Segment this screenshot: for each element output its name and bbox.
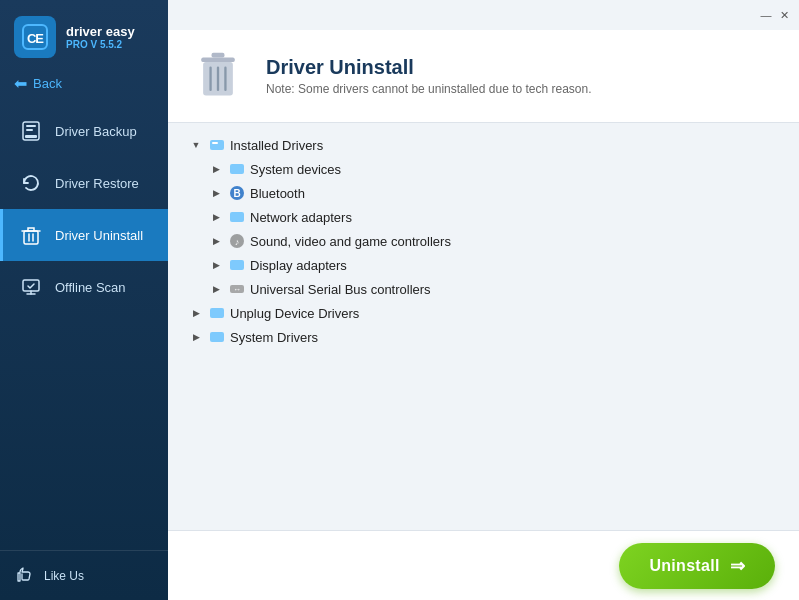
svg-rect-28 <box>210 332 224 342</box>
svg-rect-5 <box>25 135 37 138</box>
content-header: Driver Uninstall Note: Some drivers cann… <box>168 30 799 123</box>
installed-drivers-icon <box>208 136 226 154</box>
sidebar-nav: Driver Backup Driver Restore Driver Unin… <box>0 105 168 550</box>
svg-text:B: B <box>233 188 240 199</box>
sidebar-item-driver-uninstall[interactable]: Driver Uninstall <box>0 209 168 261</box>
sidebar-item-driver-backup[interactable]: Driver Backup <box>0 105 168 157</box>
logo-name: driver easy <box>66 24 135 39</box>
uninstall-arrow-icon: ⇒ <box>730 555 745 577</box>
sidebar-item-offline-scan[interactable]: Offline Scan <box>0 261 168 313</box>
sidebar-item-driver-restore[interactable]: Driver Restore <box>0 157 168 209</box>
network-label: Network adapters <box>250 210 352 225</box>
header-note: Note: Some drivers cannot be uninstalled… <box>266 82 592 96</box>
tree-toggle-unplug[interactable]: ▶ <box>188 305 204 321</box>
tree-toggle-bluetooth[interactable]: ▶ <box>208 185 224 201</box>
sound-label: Sound, video and game controllers <box>250 234 451 249</box>
driver-backup-label: Driver Backup <box>55 124 137 139</box>
tree-item-unplug[interactable]: ▶ Unplug Device Drivers <box>188 301 779 325</box>
svg-rect-16 <box>210 140 224 150</box>
display-label: Display adapters <box>250 258 347 273</box>
like-us-button[interactable]: Like Us <box>0 550 168 600</box>
system-devices-label: System devices <box>250 162 341 177</box>
tree-toggle-system[interactable]: ▶ <box>208 161 224 177</box>
bluetooth-label: Bluetooth <box>250 186 305 201</box>
titlebar: — ✕ <box>168 0 799 30</box>
svg-rect-3 <box>26 125 36 127</box>
display-icon <box>228 256 246 274</box>
svg-text:↔: ↔ <box>233 285 241 294</box>
driver-restore-icon <box>19 171 43 195</box>
svg-rect-17 <box>212 142 218 144</box>
usb-icon: ↔ <box>228 280 246 298</box>
svg-rect-11 <box>212 53 225 58</box>
tree-item-bluetooth[interactable]: ▶ B Bluetooth <box>208 181 779 205</box>
tree-item-system-devices[interactable]: ▶ System devices <box>208 157 779 181</box>
uninstall-button[interactable]: Uninstall ⇒ <box>619 543 775 589</box>
uninstall-label: Uninstall <box>649 557 719 575</box>
system-drivers-icon <box>208 328 226 346</box>
system-devices-icon <box>228 160 246 178</box>
main-content: — ✕ Driver Uninstall Note: Some drivers … <box>168 0 799 600</box>
unplug-icon <box>208 304 226 322</box>
system-drivers-label: System Drivers <box>230 330 318 345</box>
tree-item-display[interactable]: ▶ Display adapters <box>208 253 779 277</box>
installed-drivers-label: Installed Drivers <box>230 138 323 153</box>
unplug-label: Unplug Device Drivers <box>230 306 359 321</box>
svg-rect-27 <box>210 308 224 318</box>
sound-icon: ♪ <box>228 232 246 250</box>
tree-toggle-installed[interactable]: ▼ <box>188 137 204 153</box>
svg-rect-9 <box>23 280 39 291</box>
bottom-bar: Uninstall ⇒ <box>168 530 799 600</box>
svg-text:♪: ♪ <box>235 237 240 247</box>
usb-label: Universal Serial Bus controllers <box>250 282 431 297</box>
sidebar-logo: CE driver easy PRO V 5.5.2 <box>0 0 168 68</box>
page-title: Driver Uninstall <box>266 56 592 79</box>
driver-uninstall-label: Driver Uninstall <box>55 228 143 243</box>
tree-item-installed-drivers[interactable]: ▼ Installed Drivers <box>188 133 779 157</box>
svg-text:CE: CE <box>27 31 44 46</box>
like-us-label: Like Us <box>44 569 84 583</box>
tree-toggle-display[interactable]: ▶ <box>208 257 224 273</box>
driver-uninstall-icon <box>19 223 43 247</box>
minimize-button[interactable]: — <box>759 8 773 22</box>
logo-text: driver easy PRO V 5.5.2 <box>66 24 135 50</box>
close-button[interactable]: ✕ <box>777 8 791 22</box>
trash-icon <box>188 46 248 106</box>
svg-rect-24 <box>230 260 244 270</box>
back-label: Back <box>33 76 62 91</box>
header-text: Driver Uninstall Note: Some drivers cann… <box>266 56 592 96</box>
tree-area: ▼ Installed Drivers ▶ System devices ▶ <box>168 123 799 530</box>
driver-restore-label: Driver Restore <box>55 176 139 191</box>
bluetooth-icon: B <box>228 184 246 202</box>
like-us-icon <box>16 565 34 586</box>
tree-toggle-usb[interactable]: ▶ <box>208 281 224 297</box>
tree-item-network[interactable]: ▶ Network adapters <box>208 205 779 229</box>
sidebar: CE driver easy PRO V 5.5.2 ⬅ Back Driver… <box>0 0 168 600</box>
offline-scan-label: Offline Scan <box>55 280 126 295</box>
tree-root-list: ▼ Installed Drivers ▶ System devices ▶ <box>188 133 779 349</box>
tree-item-sound[interactable]: ▶ ♪ Sound, video and game controllers <box>208 229 779 253</box>
logo-icon: CE <box>14 16 56 58</box>
logo-version: PRO V 5.5.2 <box>66 39 135 50</box>
svg-rect-6 <box>24 231 38 244</box>
tree-toggle-network[interactable]: ▶ <box>208 209 224 225</box>
svg-rect-4 <box>26 129 33 131</box>
back-button[interactable]: ⬅ Back <box>0 68 168 105</box>
back-arrow-icon: ⬅ <box>14 74 27 93</box>
installed-drivers-children: ▶ System devices ▶ B Bluetooth ▶ <box>208 157 779 301</box>
network-icon <box>228 208 246 226</box>
svg-rect-10 <box>201 57 234 62</box>
tree-toggle-sound[interactable]: ▶ <box>208 233 224 249</box>
tree-item-system-drivers[interactable]: ▶ System Drivers <box>188 325 779 349</box>
svg-rect-21 <box>230 212 244 222</box>
svg-rect-18 <box>230 164 244 174</box>
tree-toggle-system-drivers[interactable]: ▶ <box>188 329 204 345</box>
driver-backup-icon <box>19 119 43 143</box>
tree-item-usb[interactable]: ▶ ↔ Universal Serial Bus controllers <box>208 277 779 301</box>
offline-scan-icon <box>19 275 43 299</box>
